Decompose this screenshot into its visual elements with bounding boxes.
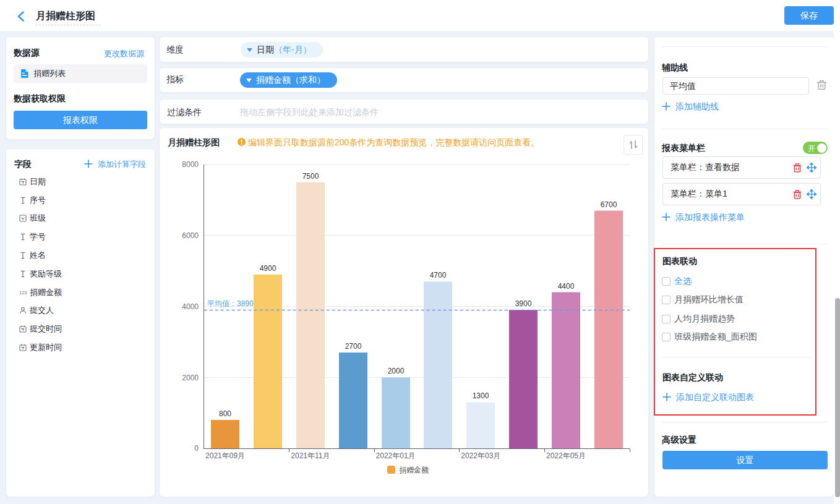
svg-text:7500: 7500	[302, 172, 319, 181]
svg-text:捐赠金额: 捐赠金额	[399, 466, 429, 474]
svg-text:2022年03月: 2022年03月	[461, 451, 500, 460]
svg-text:2022年05月: 2022年05月	[546, 451, 586, 460]
svg-text:2021年09月: 2021年09月	[205, 451, 245, 460]
svg-text:4000: 4000	[182, 302, 199, 311]
svg-text:2000: 2000	[388, 367, 405, 375]
svg-text:1300: 1300	[473, 391, 489, 400]
svg-text:0: 0	[194, 444, 199, 453]
svg-text:6000: 6000	[182, 231, 199, 240]
svg-text:平均值：3890: 平均值：3890	[207, 299, 254, 308]
svg-text:6700: 6700	[601, 200, 617, 209]
svg-text:3900: 3900	[515, 299, 532, 308]
svg-text:123: 123	[19, 290, 27, 296]
svg-text:2700: 2700	[345, 342, 362, 351]
svg-text:8000: 8000	[182, 160, 199, 169]
svg-text:800: 800	[219, 409, 231, 418]
svg-text:4700: 4700	[430, 271, 447, 280]
svg-text:2022年01月: 2022年01月	[376, 451, 416, 460]
svg-text:2000: 2000	[182, 374, 199, 382]
svg-text:2021年11月: 2021年11月	[291, 451, 330, 460]
svg-text:4400: 4400	[558, 282, 575, 291]
svg-text:4900: 4900	[260, 264, 276, 273]
